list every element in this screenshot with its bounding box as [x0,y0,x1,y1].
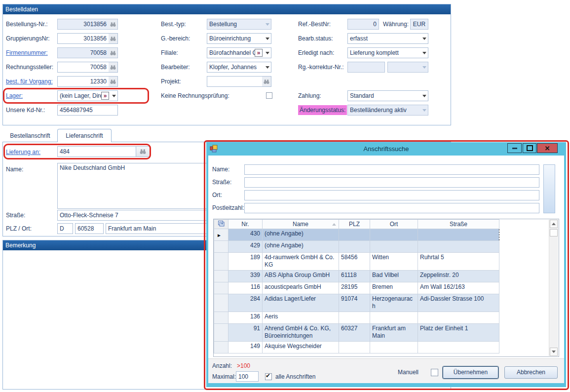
chevron-down-icon[interactable] [264,34,271,43]
table-row[interactable]: 149 Akquise Wegscheider [214,342,499,353]
scroll-down-icon[interactable] [550,348,558,356]
row-selector-cell[interactable] [214,229,228,241]
binoculars-icon[interactable] [109,62,117,72]
clerk-combobox[interactable]: Klopfer, Johannes [207,62,271,73]
minimize-button[interactable] [507,143,522,153]
clerk-label: Bearbeiter: [161,62,190,73]
row-selector-cell[interactable] [214,282,228,294]
invoice-correction-field [347,62,385,73]
manual-label: Manuell [398,367,418,378]
table-scrollbar[interactable] [549,220,558,356]
table-row[interactable]: 339 ABS Alpha Group GmbH 61118 Bad Vilbe… [214,271,499,282]
ordered-for-process-field[interactable]: 12330 [57,76,118,87]
tab-lieferanschrift[interactable]: Lieferanschrift [57,129,112,142]
binoculars-icon[interactable] [109,77,117,86]
goto-reference-icon[interactable] [101,92,109,100]
delivery-to-field[interactable]: 484 [57,146,150,157]
chevron-down-icon[interactable] [420,48,428,58]
table-row[interactable]: 284 Adidas Lager/Liefer 91074 Herzogenau… [214,294,499,312]
processing-status-combobox[interactable]: erfasst [347,33,428,44]
binoculars-icon[interactable] [109,48,117,58]
delivery-to-link[interactable]: Lieferung an: [6,147,40,157]
name-label: Name: [6,164,23,175]
search-name-input[interactable] [244,164,539,175]
cancel-button[interactable]: Abbrechen [504,366,558,379]
application-window: Bestelldaten Bestellungs-Nr.: 3013856 Gr… [0,0,570,392]
table-row[interactable]: 189 4d-raumwerk GmbH & Co. KG 58456 Witt… [214,253,499,271]
chevron-down-icon[interactable] [264,48,271,58]
search-street-label: Straße: [212,177,231,188]
country-input[interactable] [57,223,73,234]
results-table-container: Nr. Name PLZ Ort Straße 430 (ohne Angabe… [213,219,559,357]
binoculars-icon[interactable] [109,34,117,43]
row-selector-cell[interactable] [214,312,228,324]
change-status-label: Änderungsstatus: [298,105,347,115]
search-zip-label: Postleitzahl: [212,203,244,213]
invoice-issuer-label: Rechnungssteller: [6,62,53,73]
all-addresses-checkbox[interactable] [265,373,272,380]
chevron-down-icon[interactable] [110,91,117,101]
ordered-for-process-link[interactable]: best. für Vorgang: [6,76,53,87]
column-header-strasse[interactable]: Straße [418,220,499,229]
row-selector-cell[interactable] [214,271,228,282]
company-number-link[interactable]: Firmennummer: [6,47,48,58]
binoculars-icon[interactable] [136,147,150,157]
search-scrollbar[interactable] [543,164,555,213]
table-row[interactable]: 429 (ohne Angabe) [214,241,499,253]
all-addresses-label: alle Anschriften [275,372,315,382]
goto-reference-icon[interactable] [255,49,263,57]
close-button[interactable] [537,143,558,153]
tab-bestellanschrift[interactable]: Bestellanschrift [4,130,56,142]
scroll-up-icon[interactable] [550,220,558,228]
manual-checkbox[interactable] [431,369,438,376]
completed-after-combobox[interactable]: Lieferung komplett [347,47,428,58]
street-label: Straße: [6,210,25,221]
search-street-input[interactable] [244,177,539,188]
chevron-down-icon [420,105,428,115]
row-selector-cell[interactable] [214,324,228,342]
currency-label: Währung: [383,19,409,30]
row-selector-cell[interactable] [214,342,228,353]
table-row[interactable]: 136 Aeris [214,312,499,324]
ref-order-number-field: 0 [347,19,379,30]
payment-combobox[interactable]: Standard [347,90,428,101]
table-row[interactable]: 116 acousticpearls GmbH 28195 Bremen Am … [214,282,499,294]
chevron-down-icon[interactable] [264,62,271,72]
invoice-issuer-field[interactable]: 70058 [57,62,118,73]
change-status-combobox: Bestelländerung aktiv [347,105,428,116]
row-selector-cell[interactable] [214,241,228,253]
processing-status-label: Bearb.status: [298,33,333,44]
column-header-ort[interactable]: Ort [370,220,418,229]
select-all-icon[interactable] [214,220,228,229]
table-row[interactable]: 91 Ahrend GmbH & Co. KG, Büroeinrichtung… [214,324,499,342]
column-header-name[interactable]: Name [263,220,339,229]
chevron-down-icon[interactable] [420,91,428,101]
no-invoice-check-checkbox[interactable] [266,92,272,99]
maximal-input[interactable] [236,371,259,382]
zip-input[interactable] [75,223,104,234]
scrollbar-thumb[interactable] [550,229,558,236]
business-area-label: G.-bereich: [161,33,190,44]
project-field[interactable] [207,76,271,87]
business-area-combobox[interactable]: Büroeinrichtung [207,33,271,44]
customer-number-field[interactable]: 4564887945 [57,105,118,116]
address-search-dialog: Anschriftssuche Name: Straße: Ort: Postl… [206,142,566,387]
search-zip-input[interactable] [244,203,539,213]
grouping-number-label: GruppierungsNr: [6,33,50,44]
branch-combobox[interactable]: Bürofachhandel Conc [207,47,271,58]
binoculars-icon[interactable] [109,19,117,29]
table-row[interactable]: 430 (ohne Angabe) [214,229,499,241]
warehouse-combobox[interactable]: (kein Lager, Direktli [57,90,118,101]
apply-button[interactable]: Übernehmen [443,366,498,379]
warehouse-link[interactable]: Lager: [6,90,23,101]
maximize-button[interactable] [523,143,536,153]
row-selector-cell[interactable] [214,294,228,312]
search-city-input[interactable] [244,190,539,200]
column-header-nr[interactable]: Nr. [228,220,263,229]
chevron-down-icon[interactable] [420,34,428,43]
grouping-number-field[interactable]: 3013856 [57,33,118,44]
column-header-plz[interactable]: PLZ [339,220,370,229]
binoculars-icon[interactable] [262,77,271,86]
branch-label: Filiale: [161,47,178,58]
row-selector-cell[interactable] [214,253,228,271]
